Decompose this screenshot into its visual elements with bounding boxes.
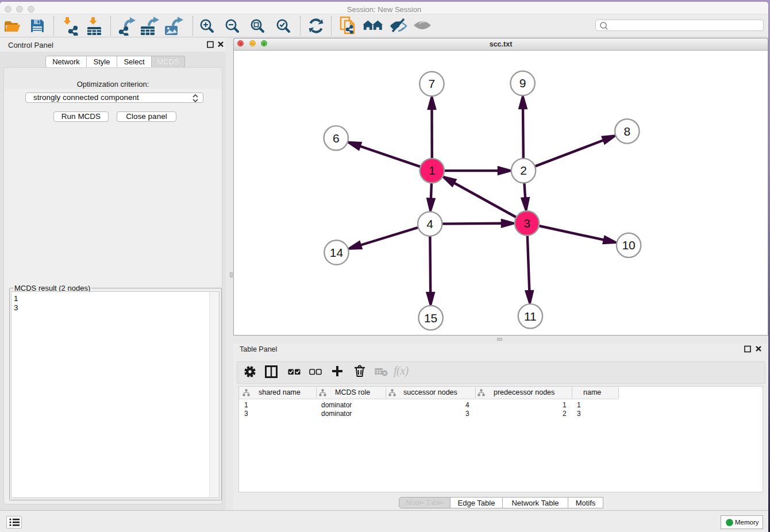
svg-text:10: 10 (622, 238, 635, 252)
svg-text:7: 7 (429, 77, 436, 90)
svg-text:11: 11 (524, 310, 537, 323)
svg-text:3: 3 (523, 217, 530, 230)
svg-text:4: 4 (426, 217, 433, 230)
svg-text:6: 6 (333, 132, 340, 145)
svg-text:2: 2 (520, 164, 527, 177)
svg-text:14: 14 (330, 246, 344, 259)
svg-text:8: 8 (623, 125, 630, 138)
svg-text:9: 9 (519, 76, 526, 90)
svg-text:15: 15 (424, 311, 437, 325)
svg-text:1: 1 (429, 164, 436, 177)
